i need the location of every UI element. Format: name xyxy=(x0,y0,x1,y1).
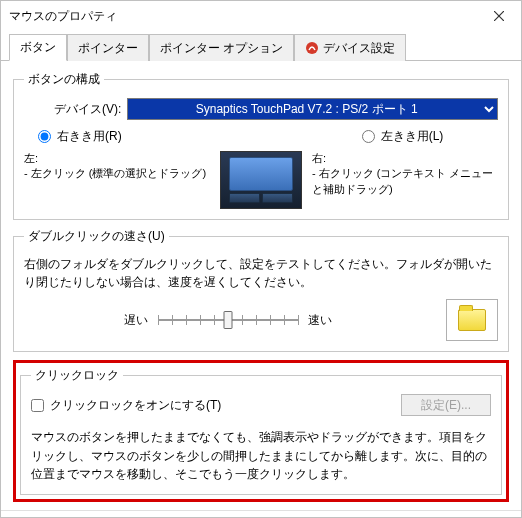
device-row: デバイス(V): Synaptics TouchPad V7.2 : PS/2 … xyxy=(54,98,498,120)
left-handed-radio[interactable]: 左きき用(L) xyxy=(362,128,444,145)
handedness-row: 右きき用(R) 左きき用(L) xyxy=(38,128,498,145)
fast-label: 速い xyxy=(308,312,332,329)
synaptics-icon xyxy=(305,41,319,55)
group-legend: クリックロック xyxy=(31,367,123,384)
speed-slider[interactable] xyxy=(158,307,298,333)
speed-slider-wrap: 遅い xyxy=(124,307,436,333)
left-line: - 左クリック (標準の選択とドラッグ) xyxy=(24,166,210,181)
touchpad-illustration xyxy=(220,151,302,209)
right-heading: 右: xyxy=(312,151,498,166)
dblclick-test-folder[interactable] xyxy=(446,299,498,341)
touchpad-surface-icon xyxy=(229,157,293,191)
clicklock-group: クリックロック クリックロックをオンにする(T) 設定(E)... マウスのボタ… xyxy=(20,367,502,495)
clicklock-text: マウスのボタンを押したままでなくても、強調表示やドラッグができます。項目をクリッ… xyxy=(31,428,491,484)
dblclick-text: 右側のフォルダをダブルクリックして、設定をテストしてください。フォルダが開いたり… xyxy=(24,255,498,291)
tab-device-settings[interactable]: デバイス設定 xyxy=(294,34,406,61)
double-click-group: ダブルクリックの速さ(U) 右側のフォルダをダブルクリックして、設定をテストして… xyxy=(13,228,509,352)
close-button[interactable] xyxy=(476,1,521,31)
tab-label: ポインター オプション xyxy=(160,40,283,57)
left-handed-input[interactable] xyxy=(362,130,375,143)
left-heading: 左: xyxy=(24,151,210,166)
clicklock-checkbox-label: クリックロックをオンにする(T) xyxy=(50,397,221,414)
slow-label: 遅い xyxy=(124,312,148,329)
titlebar: マウスのプロパティ xyxy=(1,1,521,31)
device-label: デバイス(V): xyxy=(54,101,121,118)
slider-thumb[interactable] xyxy=(224,311,233,329)
right-handed-input[interactable] xyxy=(38,130,51,143)
tab-pointer-options[interactable]: ポインター オプション xyxy=(149,34,294,61)
clicklock-settings-button: 設定(E)... xyxy=(401,394,491,416)
device-select[interactable]: Synaptics TouchPad V7.2 : PS/2 ポート 1 xyxy=(127,98,498,120)
clicklock-checkbox[interactable]: クリックロックをオンにする(T) xyxy=(31,397,401,414)
group-legend: ボタンの構成 xyxy=(24,71,104,88)
clicklock-highlight: クリックロック クリックロックをオンにする(T) 設定(E)... マウスのボタ… xyxy=(13,360,509,502)
right-handed-label: 右きき用(R) xyxy=(57,128,122,145)
tab-label: ポインター xyxy=(78,40,138,57)
tab-buttons[interactable]: ボタン xyxy=(9,34,67,61)
left-handed-label: 左きき用(L) xyxy=(381,128,444,145)
right-button-desc: 右: - 右クリック (コンテキスト メニューと補助ドラッグ) xyxy=(312,151,498,209)
tab-pointer[interactable]: ポインター xyxy=(67,34,149,61)
mouse-properties-window: マウスのプロパティ ボタン ポインター ポインター オプション デバイス設定 ボ… xyxy=(0,0,522,518)
tab-strip: ボタン ポインター ポインター オプション デバイス設定 xyxy=(1,31,521,61)
tab-label: ボタン xyxy=(20,39,56,56)
clicklock-row: クリックロックをオンにする(T) 設定(E)... xyxy=(31,394,491,416)
tab-label: デバイス設定 xyxy=(323,40,395,57)
svg-point-2 xyxy=(306,42,318,54)
left-button-desc: 左: - 左クリック (標準の選択とドラッグ) xyxy=(24,151,210,209)
close-icon xyxy=(494,11,504,21)
button-config-group: ボタンの構成 デバイス(V): Synaptics TouchPad V7.2 … xyxy=(13,71,509,220)
clicklock-checkbox-input[interactable] xyxy=(31,399,44,412)
dialog-button-bar: OK キャンセル 適用(A) xyxy=(1,510,521,518)
right-line: - 右クリック (コンテキスト メニューと補助ドラッグ) xyxy=(312,166,498,197)
tab-content: ボタンの構成 デバイス(V): Synaptics TouchPad V7.2 … xyxy=(1,61,521,510)
right-handed-radio[interactable]: 右きき用(R) xyxy=(38,128,122,145)
button-description-row: 左: - 左クリック (標準の選択とドラッグ) 右: - 右クリック (コンテキ… xyxy=(24,151,498,209)
dblclick-row: 遅い xyxy=(24,299,498,341)
touchpad-buttons-icon xyxy=(229,193,293,203)
window-title: マウスのプロパティ xyxy=(9,8,476,25)
folder-icon xyxy=(458,309,486,331)
group-legend: ダブルクリックの速さ(U) xyxy=(24,228,169,245)
